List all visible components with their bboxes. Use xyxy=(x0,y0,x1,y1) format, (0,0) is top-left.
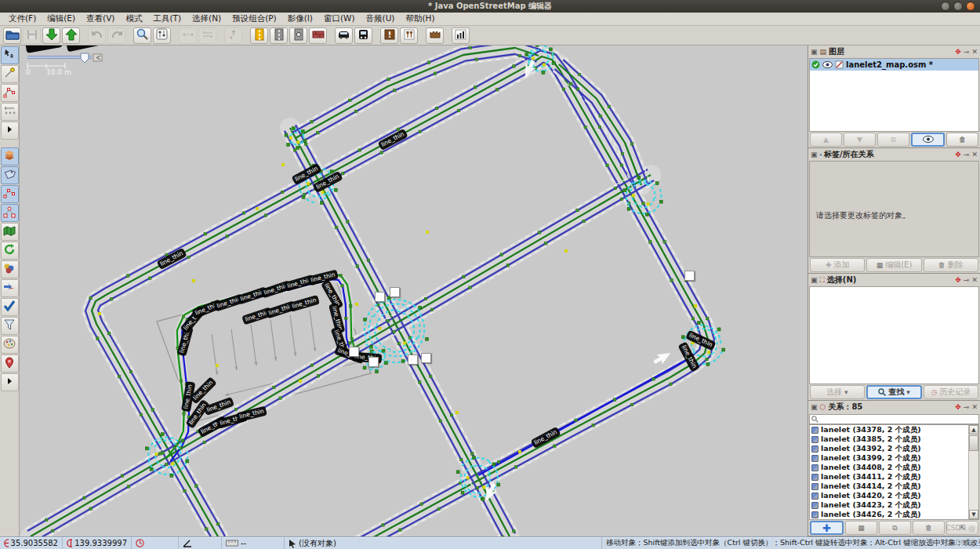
menu-item-4[interactable]: 工具(T) xyxy=(147,13,187,25)
relations-list[interactable]: lanelet (34378, 2 个成员)lanelet (34385, 2 … xyxy=(809,424,979,520)
search-button[interactable]: 查找▾ xyxy=(866,385,923,399)
relation-row[interactable]: lanelet (34392, 2 个成员) xyxy=(810,444,978,453)
validation-button[interactable] xyxy=(1,298,19,316)
relation-row[interactable]: lanelet (34423, 2 个成员) xyxy=(810,500,978,510)
edit-tag-button[interactable]: ▦编辑(E) xyxy=(866,258,921,272)
changeset-button[interactable] xyxy=(1,242,19,260)
new-relation-button[interactable]: ✚ xyxy=(810,521,844,535)
scroll-up-button[interactable]: ▲ xyxy=(969,425,978,434)
undo-button[interactable] xyxy=(88,27,106,44)
delete-tag-button[interactable]: 🗑删除 xyxy=(924,258,978,272)
more-panels-button[interactable] xyxy=(1,373,19,391)
unglue-button[interactable] xyxy=(179,27,197,44)
mirror-button[interactable] xyxy=(198,27,216,44)
road-node-button[interactable] xyxy=(289,27,307,44)
collapse-icon[interactable]: ▣ xyxy=(811,48,818,56)
close-panel-icon[interactable]: ✕ xyxy=(971,403,978,411)
castle-button[interactable] xyxy=(426,27,444,44)
layer-row[interactable]: lanelet2_map.osm * xyxy=(810,59,978,71)
minimize-button[interactable] xyxy=(941,2,950,11)
move-layer-down-button[interactable]: ▼ xyxy=(844,133,876,147)
relation-row[interactable]: lanelet (34399, 2 个成员) xyxy=(810,453,978,463)
detach-icon[interactable]: ✥ xyxy=(955,151,961,158)
relations-search-field[interactable] xyxy=(809,414,979,424)
merge-layer-button[interactable]: ⧉ xyxy=(877,133,909,147)
bus-button[interactable] xyxy=(354,27,372,44)
close-button[interactable] xyxy=(966,2,975,11)
search-button[interactable] xyxy=(133,27,151,44)
relations-scrollbar[interactable]: ▲ ▼ xyxy=(968,425,978,519)
menu-item-3[interactable]: 模式 xyxy=(120,13,147,25)
scroll-down-button[interactable]: ▼ xyxy=(969,510,978,519)
pin-icon[interactable]: ⊸ xyxy=(964,403,970,411)
detach-icon[interactable]: ✥ xyxy=(955,276,961,284)
factory-button[interactable] xyxy=(452,27,470,44)
restaurant-button[interactable] xyxy=(400,27,418,44)
select-move-button[interactable] xyxy=(1,46,19,64)
draw-node-button[interactable] xyxy=(1,65,19,83)
lanes-yellow-button[interactable] xyxy=(250,27,268,44)
conflicts-button[interactable] xyxy=(1,279,19,297)
toggle-visibility-button[interactable] xyxy=(911,133,945,147)
marker-button[interactable] xyxy=(1,354,19,373)
open-folder-button[interactable] xyxy=(3,27,21,44)
draw-way-button[interactable] xyxy=(1,84,19,102)
maximize-button[interactable] xyxy=(953,2,963,11)
relation-row[interactable]: lanelet (34385, 2 个成员) xyxy=(810,434,978,444)
layer-visible-eye-icon[interactable] xyxy=(822,61,833,68)
selection-panel-button[interactable] xyxy=(1,185,19,203)
hazard-button[interactable]: ! xyxy=(380,27,398,44)
relation-row[interactable]: lanelet (34378, 2 个成员) xyxy=(810,425,978,434)
authors-button[interactable] xyxy=(1,260,19,278)
select-members-button[interactable]: ⇱ xyxy=(946,521,978,535)
pin-icon[interactable]: ⊸ xyxy=(964,276,970,284)
collapse-icon[interactable]: ▣ xyxy=(811,403,818,411)
save-button[interactable] xyxy=(23,27,41,44)
layers-panel-button[interactable] xyxy=(1,147,19,165)
move-node-button[interactable] xyxy=(224,27,242,44)
detach-icon[interactable]: ✥ xyxy=(955,48,961,56)
move-layer-up-button[interactable]: ▲ xyxy=(810,133,842,147)
menu-item-5[interactable]: 选择(N) xyxy=(187,13,227,25)
redo-button[interactable] xyxy=(107,27,125,44)
edit-relation-button[interactable]: ▦ xyxy=(845,521,877,535)
close-panel-icon[interactable]: ✕ xyxy=(971,48,978,56)
road-gray-button[interactable] xyxy=(270,27,288,44)
duplicate-relation-button[interactable]: ⧉ xyxy=(879,521,911,535)
menu-item-10[interactable]: 帮助(H) xyxy=(400,13,440,25)
download-button[interactable] xyxy=(42,27,60,44)
history-button[interactable]: ◷历史记录 xyxy=(924,385,978,399)
menu-item-6[interactable]: 预设组合(P) xyxy=(227,13,282,25)
select-button[interactable]: 选择▾ xyxy=(810,385,865,399)
menu-item-7[interactable]: 影像(I) xyxy=(282,13,318,25)
filter-button[interactable] xyxy=(1,317,19,335)
close-panel-icon[interactable]: ✕ xyxy=(971,151,978,158)
relation-row[interactable]: lanelet (34408, 2 个成员) xyxy=(810,463,978,472)
delete-relation-button[interactable]: 🗑 xyxy=(913,521,945,535)
pin-icon[interactable]: ⊸ xyxy=(964,48,970,56)
menu-item-2[interactable]: 查看(V) xyxy=(81,13,120,25)
collapse-icon[interactable]: ▣ xyxy=(811,151,818,158)
wall-red-button[interactable] xyxy=(309,27,327,44)
detach-icon[interactable]: ✥ xyxy=(955,403,961,411)
tags-panel-button[interactable] xyxy=(1,166,19,184)
delete-layer-button[interactable]: 🗑 xyxy=(946,133,978,147)
minimap-button[interactable] xyxy=(1,223,19,241)
scrollbar-thumb[interactable] xyxy=(969,435,978,451)
map-styles-button[interactable] xyxy=(1,336,19,354)
more-tools-button[interactable] xyxy=(1,122,19,140)
close-panel-icon[interactable]: ✕ xyxy=(971,276,978,284)
map-canvas[interactable]: line_thinline_thinline_thinline_thinline… xyxy=(20,45,808,536)
pin-icon[interactable]: ⊸ xyxy=(964,151,970,158)
collapse-icon[interactable]: ▣ xyxy=(811,276,818,284)
menu-item-8[interactable]: 窗口(W) xyxy=(318,13,361,25)
relation-row[interactable]: lanelet (34426, 2 个成员) xyxy=(810,510,978,519)
relation-row[interactable]: lanelet (34420, 2 个成员) xyxy=(810,491,978,500)
car-button[interactable] xyxy=(335,27,353,44)
add-tag-button[interactable]: ✚添加 xyxy=(810,258,865,272)
relations-panel-button[interactable] xyxy=(1,204,19,222)
relation-row[interactable]: lanelet (34411, 2 个成员) xyxy=(810,472,978,482)
improve-accuracy-button[interactable] xyxy=(1,103,19,121)
menu-item-1[interactable]: 编辑(E) xyxy=(42,13,81,25)
relation-row[interactable]: lanelet (34414, 2 个成员) xyxy=(810,482,978,491)
